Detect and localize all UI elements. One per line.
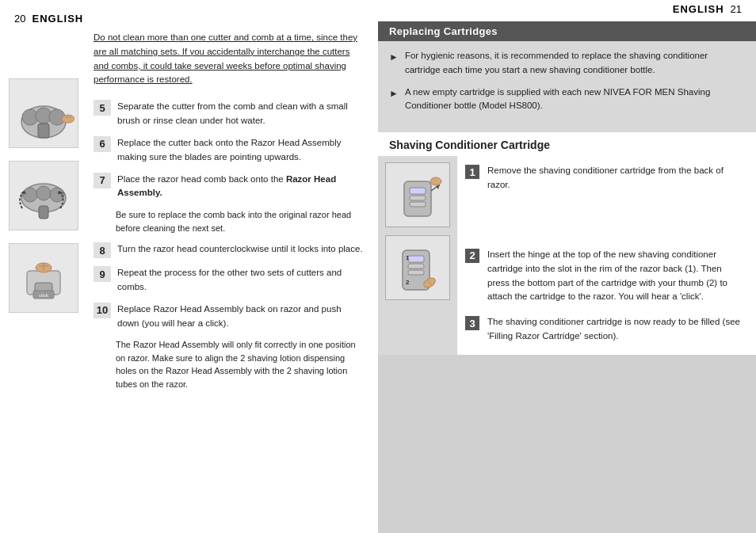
conditioner-step-2: 2 Insert the hinge at the top of the new… (465, 248, 745, 304)
razor-image-3: click (9, 243, 78, 313)
step-7-subnote: Be sure to replace the comb back into th… (116, 208, 364, 234)
bullet-arrow-2: ► (389, 86, 399, 114)
svg-text:1: 1 (406, 254, 410, 261)
conditioner-images-column: 1 2 (378, 156, 457, 355)
conditioner-section: Shaving Conditioner Cartridge (378, 132, 756, 355)
conditioner-illustration-1 (388, 166, 447, 224)
svg-rect-23 (410, 196, 426, 200)
left-page-number: 20 (14, 13, 25, 25)
conditioner-body-band: 1 2 1 Remove the (378, 156, 756, 355)
replacing-bullet-1: ► For hygienic reasons, it is recommende… (389, 49, 745, 78)
step-10: 10 Replace Razor Head Assembly back on r… (94, 303, 364, 331)
right-header-right: ENGLISH 21 (673, 3, 742, 15)
left-header: 20 ENGLISH (0, 10, 378, 31)
svg-rect-24 (410, 202, 426, 207)
step-5-number: 5 (94, 100, 111, 116)
left-content: click Do not clean more than one cutter … (0, 31, 378, 523)
svg-point-8 (23, 188, 37, 202)
svg-rect-30 (408, 270, 424, 275)
razor-image-1 (9, 78, 78, 148)
step-6-text: Replace the cutter back onto the Razor H… (117, 136, 364, 165)
step-10-text: Replace Razor Head Assembly back on razo… (117, 303, 364, 331)
svg-rect-29 (408, 264, 424, 268)
step-9-text: Repeat the process for the other two set… (117, 266, 364, 295)
conditioner-illustration-2: 1 2 (388, 238, 447, 297)
conditioner-cartridge-header: Shaving Conditioner Cartridge (378, 132, 756, 156)
svg-rect-22 (410, 188, 426, 194)
conditioner-step-3: 3 The shaving conditioner cartridge is n… (465, 315, 745, 344)
step-6-number: 6 (94, 136, 111, 152)
right-full-content: Replacing Cartridges ► For hygienic reas… (378, 21, 756, 533)
step-5: 5 Separate the cutter from the comb and … (94, 100, 364, 128)
svg-text:click: click (39, 293, 49, 298)
replacing-cartridges-inner: ► For hygienic reasons, it is recommende… (389, 41, 745, 113)
step-7-text: Place the razor head comb back onto the … (117, 173, 364, 201)
conditioner-step-1: 1 Remove the shaving conditioner cartrid… (465, 164, 745, 192)
step-7: 7 Place the razor head comb back onto th… (94, 173, 364, 201)
left-text-column: Do not clean more than one cutter and co… (87, 31, 378, 523)
left-images-column: click (0, 31, 87, 523)
step-8-number: 8 (94, 242, 111, 258)
step-6: 6 Replace the cutter back onto the Razor… (94, 136, 364, 165)
conditioner-step-3-number: 3 (465, 316, 479, 330)
left-page-language: ENGLISH (32, 13, 83, 25)
conditioner-steps-column: 1 Remove the shaving conditioner cartrid… (457, 156, 756, 355)
svg-text:2: 2 (406, 279, 410, 286)
step-5-text: Separate the cutter from the comb and cl… (117, 100, 364, 128)
left-page: 20 ENGLISH (0, 0, 378, 533)
conditioner-step-1-number: 1 (465, 165, 479, 179)
replacing-bullet-1-text: For hygienic reasons, it is recommended … (405, 49, 745, 78)
svg-rect-11 (39, 206, 48, 219)
razor-illustration-3: click (13, 247, 74, 309)
right-page: ENGLISH 21 Replacing Cartridges ► For hy… (378, 0, 756, 533)
razor-image-2 (9, 161, 78, 230)
conditioner-step-3-text: The shaving conditioner cartridge is now… (487, 315, 745, 344)
right-page-language: ENGLISH (673, 3, 724, 15)
step-10-subnote: The Razor Head Assembly will only fit co… (116, 338, 364, 390)
right-page-number: 21 (731, 3, 742, 15)
right-header: ENGLISH 21 (378, 0, 756, 21)
svg-point-5 (62, 115, 74, 123)
svg-point-9 (36, 186, 51, 200)
intro-note: Do not clean more than one cutter and co… (94, 31, 364, 87)
conditioner-step-2-text: Insert the hinge at the top of the new s… (487, 248, 745, 304)
replacing-cartridges-header: Replacing Cartridges (378, 21, 756, 41)
svg-point-26 (430, 177, 441, 185)
step-9-number: 9 (94, 266, 111, 282)
razor-illustration-2 (13, 165, 74, 227)
replacing-cartridges-section: ► For hygienic reasons, it is recommende… (378, 41, 756, 132)
conditioner-step-1-text: Remove the shaving conditioner cartridge… (487, 164, 745, 192)
step-7-number: 7 (94, 173, 111, 188)
replacing-bullet-2: ► A new empty cartridge is supplied with… (389, 86, 745, 114)
conditioner-step-2-number: 2 (465, 249, 479, 263)
step-10-number: 10 (94, 303, 111, 318)
razor-illustration-1 (13, 82, 74, 144)
conditioner-image-2: 1 2 (385, 235, 450, 300)
step-9: 9 Repeat the process for the other two s… (94, 266, 364, 295)
replacing-bullet-2-text: A new empty cartridge is supplied with e… (405, 86, 745, 114)
conditioner-image-1 (385, 162, 450, 227)
svg-rect-28 (408, 256, 424, 262)
step-8: 8 Turn the razor head counterclockwise u… (94, 242, 364, 258)
bullet-arrow-1: ► (389, 50, 399, 78)
svg-rect-4 (38, 124, 49, 138)
step-8-text: Turn the razor head counterclockwise unt… (117, 242, 363, 257)
